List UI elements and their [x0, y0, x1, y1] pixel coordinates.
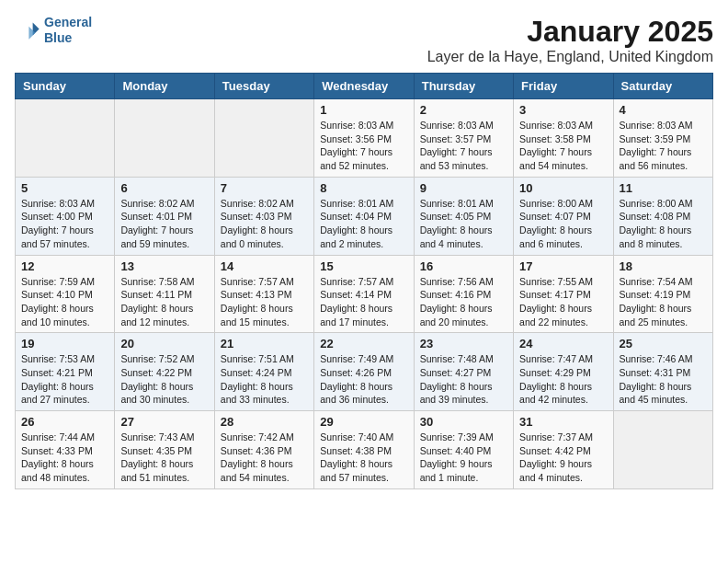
logo-line1: General [44, 15, 92, 30]
week-row-2: 5Sunrise: 8:03 AM Sunset: 4:00 PM Daylig… [16, 177, 713, 255]
day-number: 20 [120, 337, 208, 350]
day-number: 2 [420, 103, 507, 117]
col-tuesday: Tuesday [214, 74, 313, 99]
header-row: Sunday Monday Tuesday Wednesday Thursday… [16, 74, 713, 99]
header: General Blue January 2025 Layer de la Ha… [15, 15, 713, 65]
day-number: 26 [21, 415, 108, 429]
table-row: 17Sunrise: 7:55 AM Sunset: 4:17 PM Dayli… [514, 255, 613, 333]
table-row: 23Sunrise: 7:48 AM Sunset: 4:27 PM Dayli… [414, 333, 513, 411]
day-number: 13 [120, 259, 208, 273]
calendar-subtitle: Layer de la Haye, England, United Kingdo… [427, 49, 713, 65]
table-row: 31Sunrise: 7:37 AM Sunset: 4:42 PM Dayli… [514, 411, 613, 489]
day-number: 21 [221, 337, 308, 350]
table-row [613, 411, 712, 489]
table-row: 27Sunrise: 7:43 AM Sunset: 4:35 PM Dayli… [115, 411, 214, 489]
day-number: 16 [420, 259, 507, 273]
table-row [16, 99, 115, 178]
col-saturday: Saturday [613, 74, 712, 99]
table-row: 28Sunrise: 7:42 AM Sunset: 4:36 PM Dayli… [214, 411, 313, 489]
day-info: Sunrise: 7:39 AM Sunset: 4:40 PM Dayligh… [420, 431, 507, 485]
day-number: 27 [120, 415, 208, 429]
day-number: 25 [620, 337, 707, 350]
col-friday: Friday [514, 74, 613, 99]
table-row: 20Sunrise: 7:52 AM Sunset: 4:22 PM Dayli… [115, 333, 214, 411]
day-number: 7 [221, 181, 308, 195]
table-row: 12Sunrise: 7:59 AM Sunset: 4:10 PM Dayli… [16, 255, 115, 333]
day-info: Sunrise: 7:57 AM Sunset: 4:14 PM Dayligh… [320, 275, 407, 329]
logo-icon [15, 17, 40, 43]
table-row: 5Sunrise: 8:03 AM Sunset: 4:00 PM Daylig… [16, 177, 115, 255]
day-number: 3 [519, 103, 607, 117]
day-info: Sunrise: 7:37 AM Sunset: 4:42 PM Dayligh… [519, 431, 607, 485]
day-info: Sunrise: 8:03 AM Sunset: 3:58 PM Dayligh… [519, 119, 607, 173]
day-info: Sunrise: 8:03 AM Sunset: 3:57 PM Dayligh… [420, 119, 507, 173]
day-number: 1 [320, 103, 407, 117]
table-row: 11Sunrise: 8:00 AM Sunset: 4:08 PM Dayli… [613, 177, 712, 255]
day-info: Sunrise: 7:56 AM Sunset: 4:16 PM Dayligh… [420, 275, 507, 329]
day-info: Sunrise: 8:02 AM Sunset: 4:01 PM Dayligh… [120, 197, 208, 251]
table-row: 6Sunrise: 8:02 AM Sunset: 4:01 PM Daylig… [115, 177, 214, 255]
table-row: 22Sunrise: 7:49 AM Sunset: 4:26 PM Dayli… [314, 333, 414, 411]
table-row: 30Sunrise: 7:39 AM Sunset: 4:40 PM Dayli… [414, 411, 513, 489]
table-row: 1Sunrise: 8:03 AM Sunset: 3:56 PM Daylig… [314, 99, 414, 178]
table-row: 15Sunrise: 7:57 AM Sunset: 4:14 PM Dayli… [314, 255, 414, 333]
day-info: Sunrise: 8:03 AM Sunset: 3:56 PM Dayligh… [320, 119, 407, 173]
week-row-4: 19Sunrise: 7:53 AM Sunset: 4:21 PM Dayli… [16, 333, 713, 411]
day-info: Sunrise: 8:02 AM Sunset: 4:03 PM Dayligh… [221, 197, 308, 251]
day-info: Sunrise: 8:01 AM Sunset: 4:05 PM Dayligh… [420, 197, 507, 251]
day-number: 24 [519, 337, 607, 350]
table-row: 13Sunrise: 7:58 AM Sunset: 4:11 PM Dayli… [115, 255, 214, 333]
table-row: 3Sunrise: 8:03 AM Sunset: 3:58 PM Daylig… [514, 99, 613, 178]
day-info: Sunrise: 8:00 AM Sunset: 4:08 PM Dayligh… [620, 197, 707, 251]
col-thursday: Thursday [414, 74, 513, 99]
day-number: 30 [420, 415, 507, 429]
day-info: Sunrise: 7:55 AM Sunset: 4:17 PM Dayligh… [519, 275, 607, 329]
table-row: 18Sunrise: 7:54 AM Sunset: 4:19 PM Dayli… [613, 255, 712, 333]
day-info: Sunrise: 7:57 AM Sunset: 4:13 PM Dayligh… [221, 275, 308, 329]
table-row: 29Sunrise: 7:40 AM Sunset: 4:38 PM Dayli… [314, 411, 414, 489]
title-area: January 2025 Layer de la Haye, England, … [427, 15, 713, 65]
day-info: Sunrise: 7:43 AM Sunset: 4:35 PM Dayligh… [120, 431, 208, 485]
day-number: 4 [620, 103, 707, 117]
calendar-title: January 2025 [427, 15, 713, 49]
table-row: 8Sunrise: 8:01 AM Sunset: 4:04 PM Daylig… [314, 177, 414, 255]
calendar-table: Sunday Monday Tuesday Wednesday Thursday… [15, 73, 713, 489]
day-info: Sunrise: 7:46 AM Sunset: 4:31 PM Dayligh… [620, 352, 707, 407]
day-info: Sunrise: 7:54 AM Sunset: 4:19 PM Dayligh… [620, 275, 707, 329]
day-number: 22 [320, 337, 407, 350]
week-row-1: 1Sunrise: 8:03 AM Sunset: 3:56 PM Daylig… [16, 99, 713, 178]
table-row: 26Sunrise: 7:44 AM Sunset: 4:33 PM Dayli… [16, 411, 115, 489]
day-number: 15 [320, 259, 407, 273]
day-info: Sunrise: 7:44 AM Sunset: 4:33 PM Dayligh… [21, 431, 108, 485]
table-row: 21Sunrise: 7:51 AM Sunset: 4:24 PM Dayli… [214, 333, 313, 411]
table-row [214, 99, 313, 178]
table-row: 10Sunrise: 8:00 AM Sunset: 4:07 PM Dayli… [514, 177, 613, 255]
day-number: 11 [620, 181, 707, 195]
logo: General Blue [15, 15, 92, 46]
week-row-3: 12Sunrise: 7:59 AM Sunset: 4:10 PM Dayli… [16, 255, 713, 333]
day-info: Sunrise: 7:52 AM Sunset: 4:22 PM Dayligh… [120, 352, 208, 407]
col-wednesday: Wednesday [314, 74, 414, 99]
table-row: 9Sunrise: 8:01 AM Sunset: 4:05 PM Daylig… [414, 177, 513, 255]
col-monday: Monday [115, 74, 214, 99]
day-number: 12 [21, 259, 108, 273]
day-number: 9 [420, 181, 507, 195]
day-number: 18 [620, 259, 707, 273]
day-info: Sunrise: 7:42 AM Sunset: 4:36 PM Dayligh… [221, 431, 308, 485]
day-number: 10 [519, 181, 607, 195]
table-row: 14Sunrise: 7:57 AM Sunset: 4:13 PM Dayli… [214, 255, 313, 333]
table-row: 7Sunrise: 8:02 AM Sunset: 4:03 PM Daylig… [214, 177, 313, 255]
day-number: 8 [320, 181, 407, 195]
day-info: Sunrise: 8:01 AM Sunset: 4:04 PM Dayligh… [320, 197, 407, 251]
day-number: 17 [519, 259, 607, 273]
day-info: Sunrise: 7:47 AM Sunset: 4:29 PM Dayligh… [519, 352, 607, 407]
table-row: 25Sunrise: 7:46 AM Sunset: 4:31 PM Dayli… [613, 333, 712, 411]
day-info: Sunrise: 8:00 AM Sunset: 4:07 PM Dayligh… [519, 197, 607, 251]
day-info: Sunrise: 8:03 AM Sunset: 3:59 PM Dayligh… [620, 119, 707, 173]
day-number: 6 [120, 181, 208, 195]
day-info: Sunrise: 8:03 AM Sunset: 4:00 PM Dayligh… [21, 197, 108, 251]
day-info: Sunrise: 7:49 AM Sunset: 4:26 PM Dayligh… [320, 352, 407, 407]
day-number: 23 [420, 337, 507, 350]
day-info: Sunrise: 7:59 AM Sunset: 4:10 PM Dayligh… [21, 275, 108, 329]
table-row: 24Sunrise: 7:47 AM Sunset: 4:29 PM Dayli… [514, 333, 613, 411]
